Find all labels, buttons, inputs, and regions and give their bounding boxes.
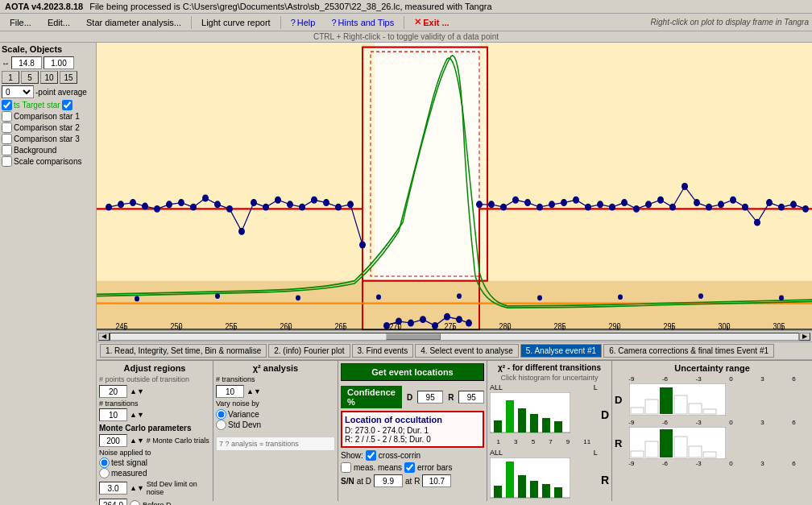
d-uncertainty-chart[interactable] [629, 383, 726, 416]
horizontal-scrollbar[interactable]: ◀ ▶ [97, 330, 812, 341]
std-dev-spinbox[interactable] [99, 482, 127, 495]
background-row[interactable]: Background [2, 145, 94, 155]
uncertainty-panel: Uncertainty range -9-6-3036 D [612, 361, 812, 501]
cross-corrin-label: cross-corrin [379, 451, 420, 460]
before-d-spinbox[interactable] [99, 499, 127, 505]
d-conf-spinbox[interactable] [417, 391, 443, 404]
r-uncertainty-chart[interactable] [629, 427, 726, 459]
radio-measured-label: measured [111, 469, 147, 478]
comp3-row[interactable]: Comparison star 3 [2, 134, 94, 144]
radio-test-input[interactable] [99, 457, 110, 468]
radio-stddevn-input[interactable] [216, 420, 226, 430]
mc-trials-spinbox[interactable] [99, 434, 127, 447]
target-star-label: ts Target star [14, 101, 60, 110]
mc-trials-label: # Monte Carlo trials [147, 437, 209, 445]
scale-comp-row[interactable]: Scale comparisons [2, 156, 94, 167]
cross-corrin-checkbox[interactable] [366, 450, 376, 461]
transitions-spinbox[interactable] [99, 408, 127, 421]
radio-variance[interactable]: Variance [216, 409, 335, 420]
chi2-transitions-spinbox[interactable] [216, 385, 244, 398]
workflow-tab-4[interactable]: 4. Select event to analyse [415, 344, 519, 358]
file-menu[interactable]: File... [3, 16, 38, 29]
workflow-tab-5[interactable]: 5. Analyse event #1 [520, 344, 602, 358]
target-star-row[interactable]: ts Target star [2, 100, 94, 110]
point-avg-dropdown[interactable]: 0123 [2, 85, 34, 98]
svg-rect-119 [506, 462, 514, 498]
r-conf-label: R [448, 393, 454, 402]
r-conf-spinbox[interactable] [458, 391, 484, 404]
workflow-tab-1[interactable]: 1. Read, Integrity, Set time, Bin & norm… [100, 344, 267, 358]
scroll-thumb[interactable] [386, 333, 441, 340]
edit-menu[interactable]: Edit... [41, 16, 77, 29]
mc-trials-arrows: ▲▼ [130, 437, 144, 445]
before-d-row: Before D [99, 499, 210, 505]
comp1-row[interactable]: Comparison star 1 [2, 111, 94, 122]
get-event-btn[interactable]: Get event locations [341, 363, 484, 381]
scale-comp-checkbox[interactable] [2, 156, 12, 167]
chi2-diff-subtitle: Click histogram for uncertainty [490, 374, 609, 382]
svg-rect-125 [689, 404, 702, 414]
comp1-checkbox[interactable] [2, 111, 12, 122]
svg-rect-129 [645, 441, 658, 457]
workflow-tab-2[interactable]: 2. (info) Fourier plot [268, 344, 350, 358]
star-diameter-menu[interactable]: Star diameter analysis... [80, 16, 188, 29]
hints-icon: ? [331, 18, 336, 27]
radio-std-devn[interactable]: Std Devn [216, 420, 335, 430]
num-btn-5[interactable]: 5 [21, 71, 39, 84]
target-star-checkbox[interactable] [2, 100, 12, 110]
radio-variance-input[interactable] [216, 409, 226, 420]
svg-rect-118 [554, 487, 562, 498]
scroll-right-arrow[interactable]: ▶ [799, 333, 810, 341]
background-checkbox[interactable] [2, 145, 12, 155]
svg-point-73 [618, 294, 623, 300]
noise-applied-label: Noise applied to [99, 449, 210, 457]
radio-measured-input[interactable] [99, 468, 110, 478]
svg-rect-122 [645, 399, 658, 414]
help-menu[interactable]: ? Help [284, 16, 322, 29]
chi2-panel: χ² analysis # transitions ▲▼ Vary noise … [213, 361, 338, 501]
before-d-radio[interactable] [130, 500, 140, 506]
num-btn-1[interactable]: 1 [2, 71, 19, 84]
right-click-hint: Right-click on plot to display frame in … [651, 18, 809, 27]
comp3-checkbox[interactable] [2, 134, 12, 144]
num-btn-15[interactable]: 15 [60, 71, 77, 84]
chart-container[interactable]: 245 250 255 260 265 270 275 280 285 290 … [97, 43, 812, 330]
radio-stddevn-label: Std Devn [228, 420, 261, 429]
radio-measured[interactable]: measured [99, 468, 210, 478]
radio-test-label: test signal [111, 458, 147, 467]
exit-menu[interactable]: ✕ Exit ... [408, 15, 455, 29]
scale-value1[interactable] [11, 56, 42, 69]
radio-test-signal[interactable]: test signal [99, 457, 210, 468]
points-outside-spinbox[interactable] [99, 385, 127, 398]
light-curve-menu[interactable]: Light curve report [195, 16, 277, 29]
d-big-label: D [601, 383, 609, 445]
num-btn-10[interactable]: 10 [40, 71, 58, 84]
error-bars-checkbox[interactable] [404, 462, 415, 473]
scroll-left-arrow[interactable]: ◀ [98, 333, 110, 341]
comp2-checkbox[interactable] [2, 122, 12, 133]
workflow-tab-3[interactable]: 3. Find events [352, 344, 414, 358]
svg-rect-133 [703, 452, 716, 457]
means-checkbox[interactable] [341, 462, 351, 473]
svg-rect-111 [506, 400, 514, 433]
svg-text:275: 275 [445, 321, 457, 330]
adjust-title: Adjust regions [99, 363, 210, 373]
l-r-label: L [594, 449, 598, 457]
scale-value2[interactable] [44, 56, 74, 69]
d-bar-chart[interactable] [490, 392, 570, 437]
d-uncertainty-row: D [615, 383, 810, 416]
target-star-checkbox2[interactable] [62, 100, 72, 110]
at-r-label: at R [405, 477, 420, 486]
svg-rect-115 [518, 475, 526, 498]
std-dev-label: Std Dev limit on noise [147, 480, 210, 496]
scroll-track[interactable] [110, 333, 799, 341]
chi2-transitions-label: # transitions [216, 375, 335, 383]
confidence-panel: Get event locations Confidence % D R Loc… [338, 361, 487, 501]
std-dev-row: ▲▼ Std Dev limit on noise [99, 480, 210, 496]
svg-point-71 [457, 293, 462, 299]
hints-menu[interactable]: ? Hints and Tips [325, 16, 400, 29]
workflow-tab-6[interactable]: 6. Camera corrections & final times Even… [603, 344, 774, 358]
r-bar-chart[interactable] [490, 457, 570, 502]
comp2-row[interactable]: Comparison star 2 [2, 122, 94, 133]
menu-sep-1 [191, 16, 192, 29]
